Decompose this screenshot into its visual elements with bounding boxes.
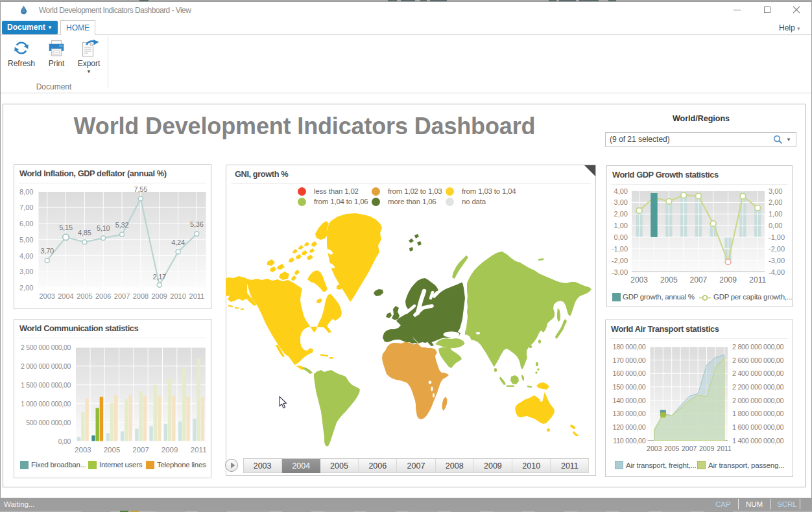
svg-text:2005: 2005 — [77, 292, 92, 300]
svg-text:-1,00: -1,00 — [612, 245, 628, 253]
svg-text:2007: 2007 — [690, 275, 708, 285]
svg-text:3,70: 3,70 — [40, 247, 54, 255]
svg-text:150 000,00: 150 000,00 — [612, 383, 645, 391]
svg-text:2 000 000 000,00: 2 000 000 000,00 — [21, 362, 71, 370]
svg-text:5,00: 5,00 — [19, 236, 33, 244]
svg-text:2009: 2009 — [699, 445, 715, 452]
svg-text:5,15: 5,15 — [59, 224, 73, 231]
svg-text:2,00: 2,00 — [614, 210, 628, 218]
svg-text:8,00: 8,00 — [19, 188, 33, 196]
svg-text:2006: 2006 — [95, 292, 111, 300]
svg-text:-2,00: -2,00 — [612, 257, 628, 264]
svg-text:2007: 2007 — [132, 446, 149, 454]
svg-text:3,00: 3,00 — [19, 268, 33, 275]
svg-text:120 000,00: 120 000,00 — [612, 423, 645, 431]
svg-text:5,32: 5,32 — [115, 221, 129, 229]
svg-text:7,00: 7,00 — [19, 204, 33, 211]
svg-text:1 800 000 000,00: 1 800 000 000,00 — [732, 410, 784, 417]
svg-text:2011: 2011 — [189, 292, 205, 300]
svg-text:5,36: 5,36 — [190, 220, 204, 228]
svg-text:-1,00: -1,00 — [769, 233, 785, 241]
svg-text:2005: 2005 — [664, 445, 680, 452]
svg-text:180 000,00: 180 000,00 — [612, 343, 645, 351]
svg-text:2011: 2011 — [717, 445, 732, 452]
svg-text:1,00: 1,00 — [614, 222, 628, 229]
svg-text:-3,00: -3,00 — [612, 268, 628, 276]
svg-text:2009: 2009 — [719, 275, 737, 285]
svg-text:2005: 2005 — [104, 446, 121, 454]
svg-text:4,24: 4,24 — [171, 239, 185, 246]
svg-text:2,17: 2,17 — [152, 273, 166, 281]
svg-text:1 000 000 000,00: 1 000 000 000,00 — [21, 400, 71, 408]
svg-text:140 000,00: 140 000,00 — [612, 397, 645, 404]
svg-text:6,00: 6,00 — [19, 220, 33, 227]
svg-text:0,00: 0,00 — [769, 222, 782, 229]
svg-text:1 600 000 000,00: 1 600 000 000,00 — [732, 423, 784, 431]
svg-text:2 600 000 000,00: 2 600 000 000,00 — [732, 356, 784, 364]
svg-text:2007: 2007 — [114, 292, 130, 300]
svg-text:2011: 2011 — [749, 275, 766, 285]
svg-text:4,85: 4,85 — [78, 229, 91, 237]
svg-text:5,10: 5,10 — [97, 224, 110, 232]
svg-text:2005: 2005 — [660, 275, 678, 285]
svg-text:3,00: 3,00 — [769, 187, 782, 195]
svg-text:2009: 2009 — [161, 446, 178, 454]
svg-text:2 400 000 000,00: 2 400 000 000,00 — [732, 369, 784, 377]
svg-text:2007: 2007 — [682, 445, 697, 452]
svg-text:130 000,00: 130 000,00 — [612, 410, 645, 417]
svg-text:2003: 2003 — [647, 445, 662, 452]
svg-text:2,00: 2,00 — [769, 198, 782, 206]
svg-text:160 000,00: 160 000,00 — [612, 369, 645, 377]
svg-text:-3,00: -3,00 — [769, 257, 785, 264]
svg-text:-4,00: -4,00 — [769, 268, 785, 276]
svg-text:2003: 2003 — [39, 292, 54, 300]
svg-text:7,55: 7,55 — [134, 185, 148, 193]
svg-text:2003: 2003 — [75, 446, 91, 454]
svg-text:2 200 000 000,00: 2 200 000 000,00 — [732, 383, 784, 391]
svg-text:1 400 000 000,00: 1 400 000 000,00 — [732, 437, 784, 445]
svg-text:2010: 2010 — [170, 292, 185, 300]
svg-text:0,00: 0,00 — [58, 437, 71, 445]
svg-text:500 000 000,00: 500 000 000,00 — [26, 419, 71, 426]
svg-text:4,00: 4,00 — [614, 187, 628, 195]
svg-text:2004: 2004 — [58, 292, 73, 300]
svg-text:2 500 000 000,00: 2 500 000 000,00 — [21, 343, 71, 351]
svg-text:2,00: 2,00 — [19, 284, 33, 292]
svg-text:1,00: 1,00 — [769, 210, 782, 218]
svg-text:110 000,00: 110 000,00 — [613, 437, 646, 445]
svg-text:2008: 2008 — [133, 292, 149, 300]
svg-text:2011: 2011 — [191, 446, 207, 454]
svg-text:3,00: 3,00 — [614, 198, 628, 206]
svg-text:2003: 2003 — [630, 275, 648, 285]
svg-text:2 000 000 000,00: 2 000 000 000,00 — [732, 397, 784, 404]
svg-text:2009: 2009 — [151, 292, 167, 300]
svg-text:4,00: 4,00 — [19, 252, 33, 260]
svg-text:0,00: 0,00 — [614, 233, 628, 241]
svg-text:1 500 000 000,00: 1 500 000 000,00 — [21, 381, 71, 389]
svg-text:-2,00: -2,00 — [769, 245, 785, 253]
svg-text:2 800 000 000,00: 2 800 000 000,00 — [732, 343, 784, 351]
svg-text:170 000,00: 170 000,00 — [612, 356, 645, 364]
